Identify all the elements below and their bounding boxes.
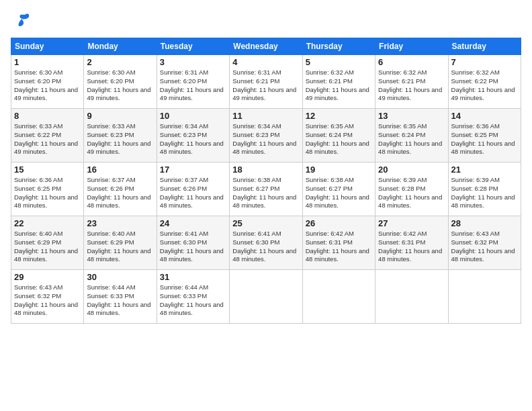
- cell-info: Sunrise: 6:41 AMSunset: 6:30 PMDaylight:…: [160, 230, 224, 263]
- calendar-cell: 13Sunrise: 6:35 AMSunset: 6:24 PMDayligh…: [375, 109, 448, 163]
- calendar-cell: 11Sunrise: 6:34 AMSunset: 6:23 PMDayligh…: [230, 109, 302, 163]
- day-number: 9: [87, 111, 153, 121]
- calendar-week-1: 1Sunrise: 6:30 AMSunset: 6:20 PMDaylight…: [11, 55, 521, 109]
- calendar-cell: 10Sunrise: 6:34 AMSunset: 6:23 PMDayligh…: [157, 109, 229, 163]
- day-number: 19: [306, 165, 372, 175]
- cell-info: Sunrise: 6:36 AMSunset: 6:25 PMDaylight:…: [451, 122, 515, 155]
- calendar-cell: 17Sunrise: 6:37 AMSunset: 6:26 PMDayligh…: [157, 163, 229, 216]
- calendar-cell: 23Sunrise: 6:40 AMSunset: 6:29 PMDayligh…: [84, 216, 157, 270]
- calendar-cell: 8Sunrise: 6:33 AMSunset: 6:22 PMDaylight…: [11, 109, 84, 163]
- calendar-cell: 27Sunrise: 6:42 AMSunset: 6:31 PMDayligh…: [375, 216, 448, 270]
- day-number: 1: [14, 57, 81, 67]
- calendar-table: SundayMondayTuesdayWednesdayThursdayFrid…: [11, 38, 521, 324]
- logo: [11, 11, 34, 31]
- cell-info: Sunrise: 6:33 AMSunset: 6:22 PMDaylight:…: [14, 122, 78, 155]
- calendar-week-4: 22Sunrise: 6:40 AMSunset: 6:29 PMDayligh…: [11, 216, 521, 270]
- calendar-cell: 7Sunrise: 6:32 AMSunset: 6:22 PMDaylight…: [448, 55, 521, 109]
- col-header-monday: Monday: [84, 38, 157, 55]
- cell-info: Sunrise: 6:44 AMSunset: 6:33 PMDaylight:…: [87, 283, 150, 316]
- col-header-saturday: Saturday: [448, 38, 521, 55]
- calendar-cell: [302, 270, 375, 324]
- calendar-cell: 24Sunrise: 6:41 AMSunset: 6:30 PMDayligh…: [157, 216, 229, 270]
- cell-info: Sunrise: 6:40 AMSunset: 6:29 PMDaylight:…: [14, 230, 78, 263]
- calendar-cell: 12Sunrise: 6:35 AMSunset: 6:24 PMDayligh…: [302, 109, 375, 163]
- cell-info: Sunrise: 6:37 AMSunset: 6:26 PMDaylight:…: [160, 176, 224, 209]
- col-header-tuesday: Tuesday: [157, 38, 229, 55]
- day-number: 26: [306, 218, 372, 228]
- col-header-friday: Friday: [375, 38, 448, 55]
- calendar-cell: 18Sunrise: 6:38 AMSunset: 6:27 PMDayligh…: [230, 163, 302, 216]
- calendar-cell: 1Sunrise: 6:30 AMSunset: 6:20 PMDaylight…: [11, 55, 84, 109]
- cell-info: Sunrise: 6:31 AMSunset: 6:21 PMDaylight:…: [232, 68, 296, 101]
- day-number: 20: [378, 165, 445, 175]
- cell-info: Sunrise: 6:30 AMSunset: 6:20 PMDaylight:…: [14, 68, 78, 101]
- day-number: 4: [232, 57, 299, 67]
- cell-info: Sunrise: 6:44 AMSunset: 6:33 PMDaylight:…: [160, 283, 224, 316]
- day-number: 15: [14, 165, 81, 175]
- day-number: 31: [160, 272, 226, 282]
- cell-info: Sunrise: 6:39 AMSunset: 6:28 PMDaylight:…: [451, 176, 515, 209]
- day-number: 11: [232, 111, 299, 121]
- day-number: 13: [378, 111, 445, 121]
- col-header-sunday: Sunday: [11, 38, 84, 55]
- day-number: 6: [378, 57, 445, 67]
- day-number: 7: [451, 57, 518, 67]
- cell-info: Sunrise: 6:31 AMSunset: 6:20 PMDaylight:…: [160, 68, 224, 101]
- calendar-cell: 5Sunrise: 6:32 AMSunset: 6:21 PMDaylight…: [302, 55, 375, 109]
- day-number: 24: [160, 218, 226, 228]
- day-number: 23: [87, 218, 153, 228]
- cell-info: Sunrise: 6:40 AMSunset: 6:29 PMDaylight:…: [87, 230, 150, 263]
- calendar-cell: 2Sunrise: 6:30 AMSunset: 6:20 PMDaylight…: [84, 55, 157, 109]
- cell-info: Sunrise: 6:38 AMSunset: 6:27 PMDaylight:…: [232, 176, 296, 209]
- calendar-cell: 20Sunrise: 6:39 AMSunset: 6:28 PMDayligh…: [375, 163, 448, 216]
- calendar-cell: 28Sunrise: 6:43 AMSunset: 6:32 PMDayligh…: [448, 216, 521, 270]
- day-number: 29: [14, 272, 81, 282]
- day-number: 2: [87, 57, 153, 67]
- cell-info: Sunrise: 6:41 AMSunset: 6:30 PMDaylight:…: [232, 230, 296, 263]
- calendar-cell: 19Sunrise: 6:38 AMSunset: 6:27 PMDayligh…: [302, 163, 375, 216]
- day-number: 5: [306, 57, 372, 67]
- calendar-week-2: 8Sunrise: 6:33 AMSunset: 6:22 PMDaylight…: [11, 109, 521, 163]
- cell-info: Sunrise: 6:35 AMSunset: 6:24 PMDaylight:…: [306, 122, 369, 155]
- cell-info: Sunrise: 6:38 AMSunset: 6:27 PMDaylight:…: [306, 176, 369, 209]
- header: [11, 11, 521, 31]
- calendar-cell: [375, 270, 448, 324]
- day-number: 21: [451, 165, 518, 175]
- calendar-week-3: 15Sunrise: 6:36 AMSunset: 6:25 PMDayligh…: [11, 163, 521, 216]
- calendar-cell: [448, 270, 521, 324]
- cell-info: Sunrise: 6:33 AMSunset: 6:23 PMDaylight:…: [87, 122, 150, 155]
- calendar-header-row: SundayMondayTuesdayWednesdayThursdayFrid…: [11, 38, 521, 55]
- cell-info: Sunrise: 6:39 AMSunset: 6:28 PMDaylight:…: [378, 176, 442, 209]
- day-number: 3: [160, 57, 226, 67]
- cell-info: Sunrise: 6:42 AMSunset: 6:31 PMDaylight:…: [378, 230, 442, 263]
- cell-info: Sunrise: 6:32 AMSunset: 6:21 PMDaylight:…: [378, 68, 442, 101]
- calendar-cell: 29Sunrise: 6:43 AMSunset: 6:32 PMDayligh…: [11, 270, 84, 324]
- calendar-cell: 30Sunrise: 6:44 AMSunset: 6:33 PMDayligh…: [84, 270, 157, 324]
- day-number: 10: [160, 111, 226, 121]
- calendar-cell: 14Sunrise: 6:36 AMSunset: 6:25 PMDayligh…: [448, 109, 521, 163]
- cell-info: Sunrise: 6:32 AMSunset: 6:21 PMDaylight:…: [306, 68, 369, 101]
- day-number: 18: [232, 165, 299, 175]
- day-number: 17: [160, 165, 226, 175]
- calendar-cell: [230, 270, 302, 324]
- calendar-cell: 9Sunrise: 6:33 AMSunset: 6:23 PMDaylight…: [84, 109, 157, 163]
- col-header-wednesday: Wednesday: [230, 38, 302, 55]
- calendar-cell: 31Sunrise: 6:44 AMSunset: 6:33 PMDayligh…: [157, 270, 229, 324]
- cell-info: Sunrise: 6:43 AMSunset: 6:32 PMDaylight:…: [14, 283, 78, 316]
- calendar-cell: 4Sunrise: 6:31 AMSunset: 6:21 PMDaylight…: [230, 55, 302, 109]
- cell-info: Sunrise: 6:42 AMSunset: 6:31 PMDaylight:…: [306, 230, 369, 263]
- day-number: 25: [232, 218, 299, 228]
- day-number: 28: [451, 218, 518, 228]
- day-number: 12: [306, 111, 372, 121]
- day-number: 22: [14, 218, 81, 228]
- calendar-cell: 6Sunrise: 6:32 AMSunset: 6:21 PMDaylight…: [375, 55, 448, 109]
- calendar-cell: 3Sunrise: 6:31 AMSunset: 6:20 PMDaylight…: [157, 55, 229, 109]
- calendar-cell: 15Sunrise: 6:36 AMSunset: 6:25 PMDayligh…: [11, 163, 84, 216]
- calendar-cell: 21Sunrise: 6:39 AMSunset: 6:28 PMDayligh…: [448, 163, 521, 216]
- cell-info: Sunrise: 6:34 AMSunset: 6:23 PMDaylight:…: [160, 122, 224, 155]
- cell-info: Sunrise: 6:37 AMSunset: 6:26 PMDaylight:…: [87, 176, 150, 209]
- calendar-cell: 26Sunrise: 6:42 AMSunset: 6:31 PMDayligh…: [302, 216, 375, 270]
- cell-info: Sunrise: 6:34 AMSunset: 6:23 PMDaylight:…: [232, 122, 296, 155]
- cell-info: Sunrise: 6:43 AMSunset: 6:32 PMDaylight:…: [451, 230, 515, 263]
- col-header-thursday: Thursday: [302, 38, 375, 55]
